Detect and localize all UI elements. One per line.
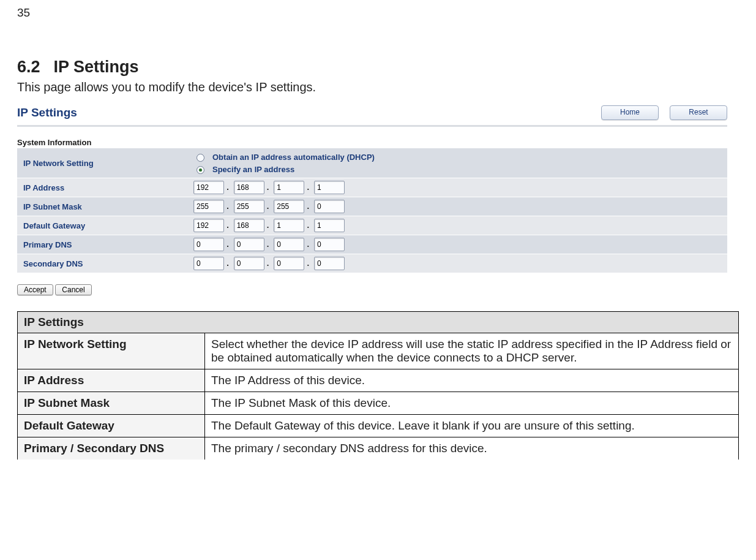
subnet-mask-label: IP Subnet Mask (17, 197, 189, 216)
table-row: Default Gateway The Default Gateway of t… (18, 415, 739, 437)
system-information-heading: System Information (17, 138, 727, 147)
ip-address-octet-3[interactable] (274, 181, 304, 194)
subnet-mask-value: . . . (189, 197, 727, 216)
secondary-dns-value: . . . (189, 254, 727, 273)
doc-desc: The primary / secondary DNS address for … (205, 437, 739, 460)
doc-term: IP Address (18, 369, 205, 392)
doc-desc: The IP Subnet Mask of this device. (205, 392, 739, 415)
default-gateway-label: Default Gateway (17, 216, 189, 235)
ip-address-value: . . . (189, 178, 727, 197)
radio-dhcp[interactable] (196, 154, 204, 162)
accept-button[interactable]: Accept (17, 284, 53, 295)
pdns-octet-1[interactable] (193, 238, 224, 251)
radio-dhcp-label: Obtain an IP address automatically (DHCP… (212, 153, 375, 162)
subnet-octet-3[interactable] (274, 200, 304, 213)
ip-settings-doc-table: IP Settings IP Network Setting Select wh… (17, 311, 739, 460)
ip-address-octet-4[interactable] (314, 181, 345, 194)
gateway-octet-3[interactable] (274, 219, 304, 232)
ip-network-setting-label: IP Network Setting (17, 148, 189, 178)
sdns-octet-3[interactable] (274, 257, 304, 270)
doc-desc: Select whether the device IP address wil… (205, 333, 739, 369)
secondary-dns-label: Secondary DNS (17, 254, 189, 273)
table-row: IP Address The IP Address of this device… (18, 369, 739, 392)
cancel-button[interactable]: Cancel (55, 284, 91, 295)
subnet-octet-1[interactable] (193, 200, 224, 213)
table-row: Primary / Secondary DNS The primary / se… (18, 437, 739, 460)
settings-form-table: IP Network Setting Obtain an IP address … (17, 148, 727, 273)
doc-term: Default Gateway (18, 415, 205, 437)
doc-term: Primary / Secondary DNS (18, 437, 205, 460)
panel-title: IP Settings (17, 106, 77, 119)
sdns-octet-4[interactable] (314, 257, 345, 270)
default-gateway-value: . . . (189, 216, 727, 235)
pdns-octet-2[interactable] (234, 238, 264, 251)
doc-term: IP Network Setting (18, 333, 205, 369)
sdns-octet-1[interactable] (193, 257, 224, 270)
home-button[interactable]: Home (601, 105, 659, 120)
gateway-octet-2[interactable] (234, 219, 264, 232)
radio-static[interactable] (196, 166, 204, 174)
divider (17, 125, 727, 127)
doc-term: IP Subnet Mask (18, 392, 205, 415)
pdns-octet-4[interactable] (314, 238, 345, 251)
ip-address-octet-1[interactable] (193, 181, 224, 194)
doc-desc: The Default Gateway of this device. Leav… (205, 415, 739, 437)
section-intro: This page allows you to modify the devic… (17, 80, 739, 94)
ip-address-octet-2[interactable] (234, 181, 264, 194)
ip-settings-panel: IP Settings Home Reset System Informatio… (17, 105, 727, 295)
table-row: IP Network Setting Select whether the de… (18, 333, 739, 369)
subnet-octet-4[interactable] (314, 200, 345, 213)
doc-desc: The IP Address of this device. (205, 369, 739, 392)
sdns-octet-2[interactable] (234, 257, 264, 270)
reset-button[interactable]: Reset (670, 105, 727, 120)
section-heading: 6.2IP Settings (17, 58, 739, 77)
section-title: IP Settings (54, 58, 139, 76)
table-row: IP Subnet Mask The IP Subnet Mask of thi… (18, 392, 739, 415)
gateway-octet-1[interactable] (193, 219, 224, 232)
section-number: 6.2 (17, 58, 40, 77)
primary-dns-label: Primary DNS (17, 235, 189, 254)
primary-dns-value: . . . (189, 235, 727, 254)
doc-table-banner: IP Settings (18, 312, 739, 333)
radio-static-label: Specify an IP address (212, 165, 294, 174)
page-number: 35 (17, 6, 739, 20)
gateway-octet-4[interactable] (314, 219, 345, 232)
subnet-octet-2[interactable] (234, 200, 264, 213)
ip-address-label: IP Address (17, 178, 189, 197)
pdns-octet-3[interactable] (274, 238, 304, 251)
